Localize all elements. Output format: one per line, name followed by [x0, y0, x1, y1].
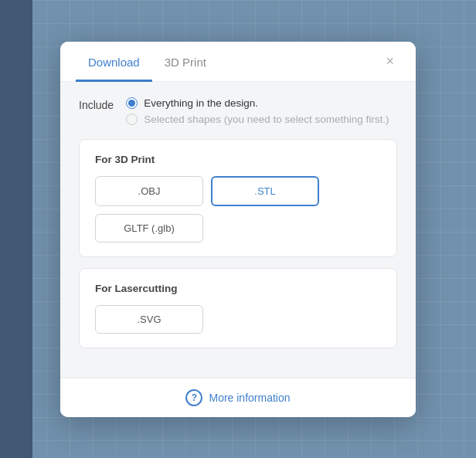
- tab-3dprint[interactable]: 3D Print: [152, 42, 219, 82]
- format-btn-gltf[interactable]: GLTF (.glb): [95, 214, 203, 243]
- tab-download[interactable]: Download: [76, 42, 152, 82]
- include-radio-everything[interactable]: [126, 97, 138, 109]
- include-options: Everything in the design. Selected shape…: [126, 97, 389, 125]
- include-label: Include: [79, 97, 114, 111]
- more-info-label: More information: [209, 392, 290, 404]
- more-info-link[interactable]: ? More information: [185, 389, 290, 406]
- include-radio-selected: [126, 114, 138, 125]
- 3d-print-formats: .OBJ .STL GLTF (.glb): [95, 176, 381, 243]
- format-btn-stl[interactable]: .STL: [211, 176, 319, 206]
- section-3d-print: For 3D Print .OBJ .STL GLTF (.glb): [79, 139, 397, 257]
- modal-header: Download 3D Print ×: [60, 42, 416, 82]
- include-option-selected-label: Selected shapes (you need to select some…: [144, 114, 389, 125]
- info-icon: ?: [185, 389, 202, 406]
- include-row: Include Everything in the design. Select…: [79, 97, 397, 125]
- modal-body: Include Everything in the design. Select…: [60, 82, 416, 378]
- include-option-selected: Selected shapes (you need to select some…: [126, 114, 389, 125]
- close-button[interactable]: ×: [379, 51, 400, 71]
- download-modal: Download 3D Print × Include Everything i…: [60, 42, 416, 417]
- section-lasercutting: For Lasercutting .SVG: [79, 268, 397, 348]
- section-3d-print-title: For 3D Print: [95, 154, 381, 165]
- lasercutting-formats: .SVG: [95, 305, 381, 334]
- section-lasercutting-title: For Lasercutting: [95, 283, 381, 294]
- include-option-everything-label: Everything in the design.: [144, 97, 258, 109]
- modal-footer: ? More information: [60, 378, 416, 417]
- format-btn-svg[interactable]: .SVG: [95, 305, 203, 334]
- format-btn-obj[interactable]: .OBJ: [95, 176, 203, 206]
- tab-bar: Download 3D Print: [76, 42, 379, 81]
- include-option-everything[interactable]: Everything in the design.: [126, 97, 389, 109]
